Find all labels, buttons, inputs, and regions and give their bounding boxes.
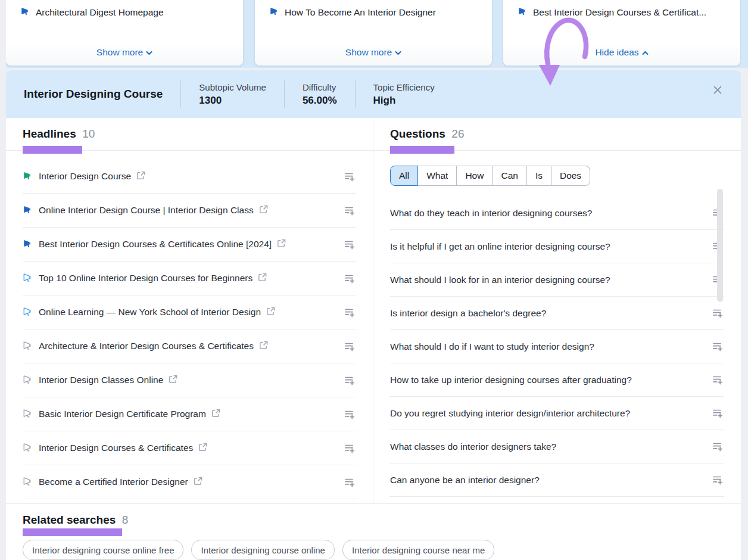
megaphone-icon (518, 6, 528, 18)
question-row: Do you regret studying interior design/i… (390, 397, 724, 430)
idea-card-title-row: Architectural Digest Homepage (20, 6, 243, 18)
add-to-list-button[interactable] (342, 238, 356, 251)
idea-cards-backdrop: Architectural Digest Homepage Show more … (6, 0, 748, 68)
add-to-list-button[interactable] (710, 473, 724, 487)
topic-stats: Subtopic Volume 1300 Difficulty 56.00% T… (163, 70, 452, 118)
headline-row: Interior Design Courses & Certificates (23, 431, 356, 465)
add-to-list-button[interactable] (710, 340, 724, 353)
headline-link[interactable]: Interior Design Classes Online (39, 375, 177, 386)
questions-column: Questions 26 AllWhatHowCanIsDoes What do… (373, 118, 741, 503)
questions-title: Questions (390, 127, 445, 140)
external-link-icon (277, 239, 286, 250)
question-text: Is it helpful if I get an online interio… (390, 241, 610, 252)
chevron-down-icon (146, 47, 152, 58)
question-filter-what[interactable]: What (418, 166, 457, 186)
add-to-list-button[interactable] (710, 440, 724, 453)
headline-row: Architecture & Interior Design Courses &… (23, 329, 356, 363)
add-to-list-button[interactable] (342, 340, 356, 353)
megaphone-icon (20, 6, 30, 18)
question-text: Can anyone be an interior designer? (390, 475, 540, 486)
headline-link[interactable]: Top 10 Online Interior Design Courses fo… (39, 273, 267, 284)
question-row: Can anyone be an interior designer? (390, 463, 724, 497)
add-to-list-button[interactable] (342, 407, 356, 421)
external-link-icon (266, 307, 275, 318)
add-to-list-button[interactable] (710, 373, 724, 387)
question-row: Is interior design a bachelor's degree? (390, 297, 724, 330)
question-row: What do they teach in interior designing… (390, 197, 724, 230)
page-gutter-left (0, 0, 6, 560)
headline-row: Interior Design Course (23, 160, 356, 194)
topic-title: Interior Designing Course (24, 88, 163, 101)
headline-row: Online Interior Design Course | Interior… (23, 194, 356, 228)
idea-card: Best Interior Design Courses & Certifica… (503, 0, 740, 66)
headline-link[interactable]: Basic Interior Design Certificate Progra… (39, 409, 220, 420)
question-text: What should I do if I want to study inte… (390, 341, 594, 352)
question-filter-all[interactable]: All (390, 166, 418, 186)
add-to-list-button[interactable] (342, 170, 356, 183)
add-to-list-button[interactable] (342, 272, 356, 285)
idea-card-title-row: Best Interior Design Courses & Certifica… (518, 6, 740, 18)
question-row: What should I do if I want to study inte… (390, 330, 724, 363)
megaphone-icon (23, 238, 33, 251)
question-filter-does[interactable]: Does (551, 166, 590, 186)
topic-stat: Subtopic Volume 1300 (181, 82, 284, 107)
megaphone-icon (23, 408, 33, 421)
question-filter-how[interactable]: How (457, 166, 493, 186)
megaphone-icon (23, 340, 33, 353)
headline-row: Become a Certified Interior Designer (23, 465, 356, 499)
headline-row: Top 10 Online Interior Design Courses fo… (23, 262, 356, 295)
idea-card-title-row: How To Become An Interior Designer (269, 6, 492, 18)
headline-link[interactable]: Interior Design Course (39, 171, 145, 182)
questions-count: 26 (451, 127, 464, 140)
topic-stat: Topic Efficiency High (356, 82, 453, 107)
question-filter-can[interactable]: Can (493, 166, 526, 186)
question-filter-is[interactable]: Is (527, 166, 551, 186)
idea-card-title: Best Interior Design Courses & Certifica… (533, 7, 706, 18)
headline-row: Interior Design Classes Online (23, 363, 356, 397)
headline-link[interactable]: Online Learning — New York School of Int… (39, 307, 275, 318)
stat-value: 56.00% (303, 95, 337, 107)
add-to-list-button[interactable] (710, 406, 724, 420)
topic-header: Interior Designing Course Subtopic Volum… (6, 70, 741, 118)
topic-content: Headlines 10 Interior Design Course Onli… (6, 118, 741, 560)
external-link-icon (194, 477, 202, 488)
headline-link[interactable]: Become a Certified Interior Designer (39, 477, 202, 488)
question-row: Is it helpful if I get an online interio… (390, 230, 724, 263)
stat-value: 1300 (199, 95, 266, 107)
related-search-chip[interactable]: Interior designing course online (191, 540, 334, 560)
add-to-list-button[interactable] (342, 204, 356, 217)
idea-card-title: Architectural Digest Homepage (36, 7, 164, 18)
external-link-icon (136, 171, 145, 182)
close-icon[interactable] (711, 83, 724, 98)
megaphone-icon (23, 442, 33, 455)
headline-link[interactable]: Best Interior Design Courses & Certifica… (39, 239, 286, 250)
idea-card: Architectural Digest Homepage Show more (6, 0, 243, 66)
add-to-list-button[interactable] (342, 475, 356, 489)
add-to-list-button[interactable] (342, 374, 356, 387)
idea-card-title: How To Become An Interior Designer (285, 7, 436, 18)
megaphone-icon (23, 476, 33, 489)
related-search-chip[interactable]: Interior designing course near me (342, 540, 494, 560)
question-row: How to take up interior designing course… (390, 363, 724, 397)
add-to-list-button[interactable] (342, 306, 356, 319)
headline-link[interactable]: Architecture & Interior Design Courses &… (39, 341, 268, 352)
add-to-list-button[interactable] (342, 441, 356, 455)
headlines-count: 10 (82, 127, 95, 140)
headline-row: Online Learning — New York School of Int… (23, 295, 356, 329)
related-searches-section: Related searches 8 Interior designing co… (6, 503, 741, 560)
megaphone-icon (23, 204, 33, 217)
show-more-link[interactable]: Show more (6, 46, 243, 58)
add-to-list-button[interactable] (710, 306, 724, 320)
stat-value: High (373, 95, 435, 107)
headline-link[interactable]: Online Interior Design Course | Interior… (39, 205, 268, 216)
question-text: How to take up interior designing course… (390, 375, 632, 385)
questions-scrollbar-thumb[interactable] (717, 189, 723, 302)
headline-link[interactable]: Interior Design Courses & Certificates (39, 443, 207, 454)
question-filters: AllWhatHowCanIsDoes (390, 166, 590, 186)
external-link-icon (258, 273, 267, 284)
hide-ideas-link[interactable]: Hide ideas (503, 46, 740, 58)
show-more-link[interactable]: Show more (255, 46, 492, 58)
question-text: Is interior design a bachelor's degree? (390, 308, 546, 319)
related-search-chip[interactable]: Interior designing course online free (23, 540, 183, 560)
idea-card: How To Become An Interior Designer Show … (255, 0, 492, 66)
